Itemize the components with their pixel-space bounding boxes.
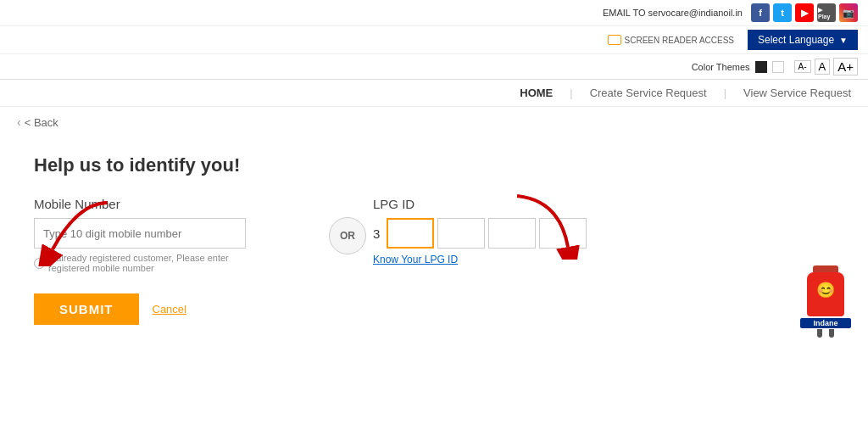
cancel-link[interactable]: Cancel — [153, 303, 186, 316]
know-your-lpg-id-link[interactable]: Know Your LPG ID — [373, 254, 834, 265]
second-bar: SCREEN READER ACCESS Select Language ▼ — [0, 26, 868, 54]
color-themes-label: Color Themes — [692, 62, 750, 72]
social-icons: f t ▶ ▶ Play 📷 — [751, 3, 858, 22]
arrow-left-indicator — [36, 198, 120, 266]
select-language-label: Select Language — [758, 34, 834, 46]
nav-divider-1: | — [570, 87, 572, 99]
font-decrease-button[interactable]: A- — [794, 60, 811, 73]
nav-divider-2: | — [724, 87, 726, 99]
arrow-right-indicator — [492, 192, 593, 260]
screen-reader-access: SCREEN READER ACCESS — [608, 35, 734, 45]
dark-theme-button[interactable] — [755, 61, 767, 73]
googleplay-icon[interactable]: ▶ Play — [817, 3, 836, 22]
facebook-icon[interactable]: f — [751, 3, 770, 22]
chevron-left-icon: ‹ — [17, 115, 21, 129]
form-title: Help us to identify you! — [34, 154, 834, 176]
monitor-icon — [608, 35, 621, 45]
leg-right — [829, 329, 834, 338]
email-info: EMAIL TO servocare@indianoil.in — [603, 8, 743, 18]
nav-view-service[interactable]: View Service Request — [743, 87, 851, 99]
nav-create-service[interactable]: Create Service Request — [590, 87, 707, 99]
font-size-controls: A- A A+ — [794, 58, 858, 75]
cylinder-body: 😊 — [807, 272, 844, 316]
cylinder-legs — [800, 329, 851, 338]
lpg-input-1[interactable] — [387, 218, 434, 249]
twitter-icon[interactable]: t — [773, 3, 792, 22]
main-content: ‹ < Back Help us to identify you! Mobile… — [0, 107, 868, 342]
lpg-label: LPG ID — [373, 197, 834, 211]
or-label: OR — [329, 217, 366, 254]
top-bar: EMAIL TO servocare@indianoil.in f t ▶ ▶ … — [0, 0, 868, 26]
color-themes-section: Color Themes — [692, 61, 784, 73]
lpg-id-section: LPG ID 3 Know Your LPG ID — [373, 197, 834, 265]
lpg-inputs: 3 — [373, 218, 834, 249]
cylinder-top — [813, 265, 838, 272]
select-language-button[interactable]: Select Language ▼ — [748, 30, 858, 50]
font-normal-button[interactable]: A — [815, 59, 831, 75]
indane-brand-text: Indane — [800, 318, 851, 328]
third-bar: Color Themes A- A A+ — [0, 54, 868, 80]
nav-home[interactable]: HOME — [520, 87, 553, 99]
lpg-prefix: 3 — [373, 226, 380, 241]
submit-row: SUBMIT Cancel — [34, 293, 834, 325]
lpg-input-2[interactable] — [437, 218, 485, 249]
or-separator: OR — [322, 197, 373, 254]
youtube-icon[interactable]: ▶ — [795, 3, 814, 22]
indane-mascot: 😊 Indane — [800, 265, 851, 333]
form-container: Help us to identify you! Mobile Number i… — [17, 146, 851, 333]
back-label: < Back — [25, 116, 58, 129]
nav-bar: HOME | Create Service Request | View Ser… — [0, 80, 868, 107]
cylinder-face: 😊 — [816, 281, 835, 299]
chevron-down-icon: ▼ — [839, 36, 848, 45]
light-theme-button[interactable] — [772, 61, 784, 73]
font-increase-button[interactable]: A+ — [833, 58, 858, 75]
leg-left — [817, 329, 822, 338]
fields-row: Mobile Number i If already registered cu… — [34, 197, 834, 273]
submit-button[interactable]: SUBMIT — [34, 293, 139, 325]
instagram-icon[interactable]: 📷 — [839, 3, 858, 22]
back-link[interactable]: ‹ < Back — [17, 115, 851, 129]
screen-reader-label: SCREEN READER ACCESS — [625, 36, 734, 45]
